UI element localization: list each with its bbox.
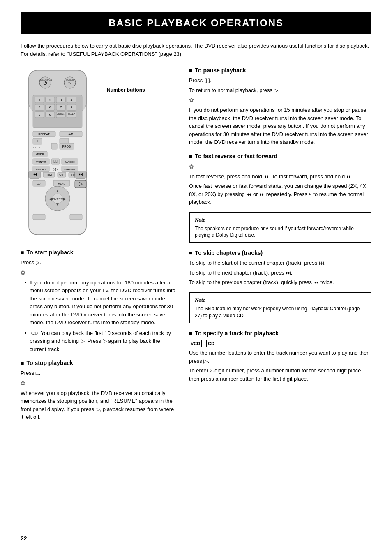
note-skip-text: The Skip feature may not work properly w… <box>195 305 366 319</box>
start-playback-heading: To start playback <box>21 248 177 257</box>
pause-playback-press: Press ▯▯. <box>189 76 371 85</box>
start-tip-symbol <box>21 268 177 277</box>
note-fast: Note The speakers do not produce any sou… <box>189 212 371 243</box>
svg-rect-81 <box>33 214 45 220</box>
stop-playback-press: Press □. <box>21 369 177 377</box>
specify-track-section: To specify a track for playback VCD CD U… <box>189 329 371 383</box>
svg-text:▲: ▲ <box>55 189 60 193</box>
note-skip: Note The Skip feature may not work prope… <box>189 292 371 323</box>
fast-tip-symbol <box>189 162 371 171</box>
svg-text:1: 1 <box>39 98 41 102</box>
svg-text:TV INPUT: TV INPUT <box>36 161 46 163</box>
svg-text:3: 3 <box>60 98 62 102</box>
pause-playback-section: To pause playback Press ▯▯. To return to… <box>189 66 371 146</box>
number-buttons-label: Number buttons <box>107 87 145 94</box>
stop-tip-symbol <box>21 379 177 388</box>
svg-text:GUI: GUI <box>37 182 42 185</box>
remote-container: STANDBY/ON ⏻ POWER TV 1 2 <box>21 66 177 240</box>
specify-track-body2: To enter 2-digit number, press a number … <box>189 367 371 383</box>
svg-text:7: 7 <box>60 106 62 109</box>
svg-text:▷▷: ▷▷ <box>53 167 58 171</box>
svg-text:C▷: C▷ <box>59 173 65 177</box>
svg-text:▯▯: ▯▯ <box>53 159 58 163</box>
svg-text:+: + <box>36 139 39 143</box>
remote-illustration: STANDBY/ON ⏻ POWER TV 1 2 <box>21 66 103 240</box>
svg-text:MENU: MENU <box>58 182 65 185</box>
page-title: BASIC PLAYBACK OPERATIONS <box>29 17 363 29</box>
page-number: 22 <box>21 535 27 542</box>
cd-badge-specify: CD <box>206 340 216 348</box>
svg-text:+PRESET: +PRESET <box>64 168 76 171</box>
svg-text:ENTER: ENTER <box>52 197 63 201</box>
pause-playback-body1: To return to normal playback, press ▷. <box>189 86 371 95</box>
svg-text:HDMI: HDMI <box>46 174 52 176</box>
svg-text:PROG: PROG <box>62 145 71 148</box>
note-fast-title: Note <box>195 216 366 224</box>
specify-track-heading: To specify a track for playback <box>189 329 371 338</box>
svg-text:TV: TV <box>68 82 71 84</box>
svg-text:▼: ▼ <box>55 202 60 207</box>
svg-rect-82 <box>70 214 82 220</box>
svg-text:⏻: ⏻ <box>43 81 47 85</box>
pause-tip-symbol <box>189 96 371 104</box>
svg-text:RANDOM: RANDOM <box>65 161 76 163</box>
svg-text:0: 0 <box>49 113 51 117</box>
specify-track-body1: Use the number buttons to enter the trac… <box>189 349 371 365</box>
title-bar: BASIC PLAYBACK OPERATIONS <box>21 12 371 34</box>
svg-text:▶: ▶ <box>63 196 66 201</box>
svg-text:4: 4 <box>71 98 73 102</box>
left-column: STANDBY/ON ⏻ POWER TV 1 2 <box>21 66 177 427</box>
stop-playback-heading: To stop playback <box>21 359 177 367</box>
svg-text:6: 6 <box>49 106 51 109</box>
fast-reverse-section: To fast reverse or fast forward To fast … <box>189 152 371 206</box>
pause-playback-body2: If you do not perform any operations for… <box>189 106 371 146</box>
note-skip-title: Note <box>195 296 366 304</box>
skip-chapters-heading: To skip chapters (tracks) <box>189 249 371 257</box>
intro-text: Follow the procedures below to carry out… <box>21 42 371 58</box>
skip-body3: To skip to the previous chapter (track),… <box>189 278 371 286</box>
svg-text:DIMMER: DIMMER <box>57 113 65 115</box>
cd-badge-1: CD <box>30 330 39 337</box>
right-column: To pause playback Press ▯▯. To return to… <box>189 66 371 427</box>
stop-playback-body: Whenever you stop playback, the DVD rece… <box>21 389 177 421</box>
svg-text:⏭: ⏭ <box>78 172 83 177</box>
svg-text:PRESET: PRESET <box>36 168 46 171</box>
svg-rect-44 <box>51 143 57 149</box>
svg-text:A-B: A-B <box>68 133 73 136</box>
pause-playback-heading: To pause playback <box>189 66 371 75</box>
svg-text:−: − <box>63 139 65 143</box>
svg-text:9: 9 <box>39 113 41 117</box>
start-playback-press: Press ▷. <box>21 259 177 267</box>
svg-text:SLEEP: SLEEP <box>68 113 75 115</box>
fast-reverse-heading: To fast reverse or fast forward <box>189 152 371 161</box>
skip-chapters-section: To skip chapters (tracks) To skip to the… <box>189 249 371 286</box>
svg-text:TV Ch: TV Ch <box>33 146 40 149</box>
skip-body2: To skip to the next chapter (track), pre… <box>189 269 371 277</box>
svg-text:REPEAT: REPEAT <box>38 133 50 136</box>
start-bullet-2: CD You can play back the first 10 second… <box>25 329 177 353</box>
skip-body1: To skip to the start of the current chap… <box>189 259 371 267</box>
remote-labels: Number buttons <box>107 66 145 94</box>
svg-text:MODE: MODE <box>36 153 44 156</box>
vcd-badge: VCD <box>189 340 202 348</box>
note-fast-text: The speakers do not produce any sound if… <box>195 225 366 239</box>
fast-reverse-body1: To fast reverse, press and hold ⏮. To fa… <box>189 173 371 181</box>
svg-text:2: 2 <box>49 98 51 102</box>
start-bullet-1: If you do not perform any operations for… <box>25 279 177 327</box>
start-playback-bullets: If you do not perform any operations for… <box>21 279 177 353</box>
svg-text:5: 5 <box>39 106 41 109</box>
svg-text:8: 8 <box>71 106 73 109</box>
svg-text:▷: ▷ <box>79 181 83 187</box>
fast-reverse-body2: Once fast reverse or fast forward starts… <box>189 182 371 206</box>
specify-track-badges: VCD CD <box>189 339 371 348</box>
stop-playback-section: To stop playback Press □. Whenever you s… <box>21 359 177 421</box>
svg-text:⏮: ⏮ <box>32 172 37 177</box>
two-col-layout: STANDBY/ON ⏻ POWER TV 1 2 <box>21 66 371 427</box>
start-playback-section: To start playback Press ▷. If you do not… <box>21 248 177 353</box>
svg-text:POWER: POWER <box>66 78 74 81</box>
page-container: BASIC PLAYBACK OPERATIONS Follow the pro… <box>0 0 392 554</box>
